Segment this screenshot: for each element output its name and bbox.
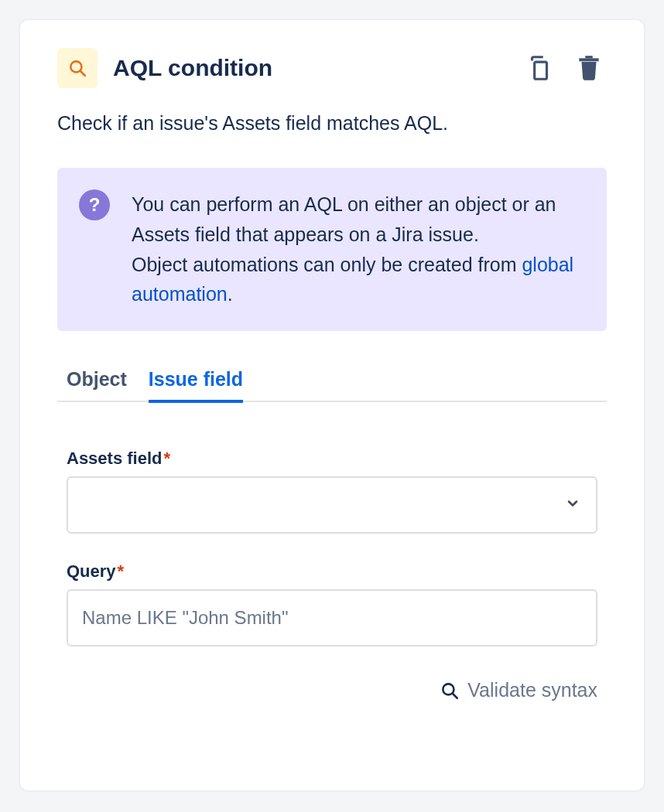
info-text: You can perform an AQL on either an obje…: [132, 189, 585, 309]
query-field-group: Query*: [57, 561, 607, 647]
svg-line-3: [453, 693, 457, 698]
search-icon: [57, 48, 98, 88]
info-line2-post: .: [228, 283, 233, 305]
svg-line-1: [80, 71, 85, 76]
info-line2-pre: Object automations can only be created f…: [132, 254, 522, 275]
required-indicator: *: [164, 449, 171, 468]
info-line1: You can perform an AQL on either an obje…: [132, 193, 556, 245]
required-indicator: *: [118, 561, 125, 581]
panel-title: AQL condition: [113, 55, 522, 81]
trash-icon: [574, 53, 604, 83]
query-field-label: Query*: [67, 561, 597, 582]
assets-field-group: Assets field*: [57, 449, 607, 534]
duplicate-button[interactable]: [522, 50, 557, 86]
header-actions: [522, 50, 607, 86]
assets-field-select[interactable]: [67, 476, 597, 534]
panel-header: AQL condition: [57, 48, 607, 88]
search-icon: [440, 681, 460, 701]
assets-field-label: Assets field*: [67, 449, 597, 469]
query-input[interactable]: [67, 589, 597, 647]
validate-syntax-button[interactable]: Validate syntax: [57, 674, 607, 701]
tab-issue-field[interactable]: Issue field: [149, 368, 243, 403]
delete-button[interactable]: [571, 50, 607, 86]
tab-object[interactable]: Object: [67, 368, 127, 403]
aql-condition-panel: AQL condition Check if an issue's Assets…: [19, 19, 645, 792]
info-panel: ? You can perform an AQL on either an ob…: [57, 168, 607, 331]
help-icon: ?: [79, 189, 110, 220]
copy-icon: [525, 53, 554, 83]
validate-label: Validate syntax: [467, 679, 597, 701]
panel-description: Check if an issue's Assets field matches…: [57, 110, 607, 137]
tabs: Object Issue field: [57, 368, 607, 402]
